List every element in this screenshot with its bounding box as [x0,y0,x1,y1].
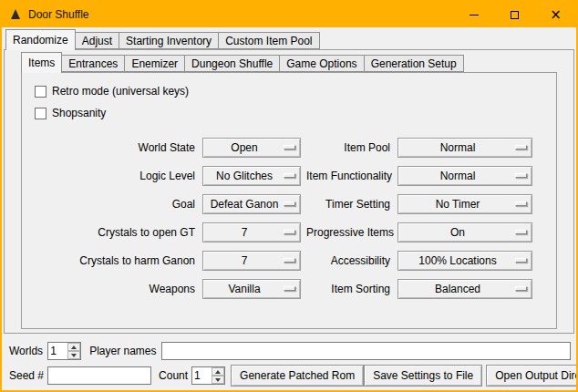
tab-enemizer[interactable]: Enemizer [124,55,185,72]
tab-game-options[interactable]: Game Options [279,55,364,72]
generate-patched-rom-button[interactable]: Generate Patched Rom [231,365,364,387]
dropdown-value: Balanced [435,283,480,295]
options-grid: World State Open Item Pool Normal Logic … [33,133,556,303]
dropdown-indicator-icon [284,230,295,234]
dropdown-indicator-icon [515,173,527,178]
seed-input[interactable] [47,366,151,385]
player-names-label: Player names [89,345,156,357]
item-pool-label: Item Pool [306,141,390,154]
spin-down-button[interactable] [67,351,80,359]
option-row: Weapons Vanilla Item Sorting Balanced [33,274,556,303]
spin-up-button[interactable] [67,343,80,351]
tab-dungeon-shuffle[interactable]: Dungeon Shuffle [184,55,280,72]
crystals-harm-ganon-label: Crystals to harm Ganon [33,254,195,267]
dropdown-value: 7 [242,226,248,239]
option-row: Goal Defeat Ganon Timer Setting No Timer [33,190,556,218]
timer-setting-dropdown[interactable]: No Timer [397,194,532,214]
option-row: Crystals to harm Ganon 7 Accessibility 1… [33,246,556,274]
dropdown-indicator-icon [515,145,527,150]
dropdown-value: 100% Locations [418,254,496,267]
goal-label: Goal [33,198,195,211]
logic-level-dropdown[interactable]: No Glitches [202,166,301,186]
item-functionality-dropdown[interactable]: Normal [397,166,532,186]
app-icon [8,7,23,22]
randomize-pane: Items Entrances Enemizer Dungeon Shuffle… [4,49,574,334]
shopsanity-checkbox[interactable]: Shopsanity [35,102,556,124]
checkbox-label: Retro mode (universal keys) [52,85,189,98]
weapons-dropdown[interactable]: Vanilla [202,279,301,299]
maximize-button[interactable] [494,2,535,27]
dropdown-indicator-icon [515,286,527,291]
dropdown-indicator-icon [515,258,527,263]
count-label: Count [159,369,188,382]
count-input[interactable] [192,367,212,384]
dropdown-value: 7 [242,254,248,267]
tab-entrances[interactable]: Entrances [61,55,125,72]
option-row: World State Open Item Pool Normal [33,133,556,161]
logic-level-label: Logic Level [33,170,195,182]
world-state-dropdown[interactable]: Open [202,138,301,158]
save-settings-button[interactable]: Save Settings to File [364,365,482,387]
worlds-input[interactable] [48,343,67,359]
dropdown-value: Normal [440,141,476,154]
worlds-stepper[interactable] [47,342,81,360]
open-output-directory-button[interactable]: Open Output Directory [486,365,578,387]
goal-dropdown[interactable]: Defeat Ganon [202,194,301,214]
crystals-harm-ganon-dropdown[interactable]: 7 [202,251,301,271]
item-sorting-dropdown[interactable]: Balanced [397,279,532,299]
dropdown-value: No Timer [436,198,480,211]
checkbox-icon[interactable] [35,86,46,98]
outer-tab-bar: Randomize Adjust Starting Inventory Cust… [5,29,319,49]
tab-generation-setup[interactable]: Generation Setup [364,55,464,72]
client-area: Randomize Adjust Starting Inventory Cust… [2,27,576,390]
window-title: Door Shuffle [28,8,89,21]
crystals-open-gt-dropdown[interactable]: 7 [202,222,301,242]
tab-starting-inventory[interactable]: Starting Inventory [119,32,219,49]
progressive-items-label: Progressive Items [306,226,390,239]
tab-randomize[interactable]: Randomize [5,29,76,50]
dropdown-indicator-icon [515,230,527,234]
accessibility-dropdown[interactable]: 100% Locations [397,251,532,271]
player-names-input[interactable] [161,342,572,360]
arrow-up-icon [71,346,77,349]
progressive-items-dropdown[interactable]: On [397,222,532,242]
tab-items[interactable]: Items [21,52,62,73]
dropdown-indicator-icon [515,201,527,206]
worlds-label: Worlds [9,345,43,357]
dropdown-value: Vanilla [228,283,260,295]
items-pane: Retro mode (universal keys) Shopsanity W… [21,72,557,329]
titlebar[interactable]: Door Shuffle × [2,2,576,27]
dropdown-indicator-icon [284,286,295,291]
dropdown-indicator-icon [284,173,295,178]
arrow-up-icon [215,370,221,374]
dropdown-value: No Glitches [216,170,273,182]
minimize-icon [470,15,479,15]
tab-adjust[interactable]: Adjust [75,32,119,49]
dropdown-indicator-icon [284,258,295,263]
minimize-button[interactable] [453,2,494,27]
close-icon: × [550,8,562,22]
worlds-row: Worlds Player names [5,341,573,361]
checkbox-icon[interactable] [35,108,46,119]
retro-mode-checkbox[interactable]: Retro mode (universal keys) [35,80,556,102]
tab-custom-item-pool[interactable]: Custom Item Pool [218,32,319,49]
accessibility-label: Accessibility [306,254,390,267]
spin-up-button[interactable] [212,367,224,376]
weapons-label: Weapons [33,283,195,295]
checkbox-label: Shopsanity [52,107,106,119]
dropdown-value: Normal [440,170,476,182]
item-functionality-label: Item Functionality [306,170,390,182]
spin-buttons [67,343,80,359]
close-button[interactable]: × [535,2,576,27]
spin-down-button[interactable] [212,376,224,384]
dropdown-indicator-icon [284,145,295,150]
dropdown-value: Open [231,141,257,154]
inner-tab-bar: Items Entrances Enemizer Dungeon Shuffle… [21,52,463,72]
item-pool-dropdown[interactable]: Normal [397,138,532,158]
count-stepper[interactable] [191,366,225,385]
window: Door Shuffle × Randomize Adjust Starting… [0,0,578,392]
window-controls: × [453,2,576,27]
seed-label: Seed # [9,369,44,382]
timer-setting-label: Timer Setting [306,198,390,211]
world-state-label: World State [33,141,195,154]
